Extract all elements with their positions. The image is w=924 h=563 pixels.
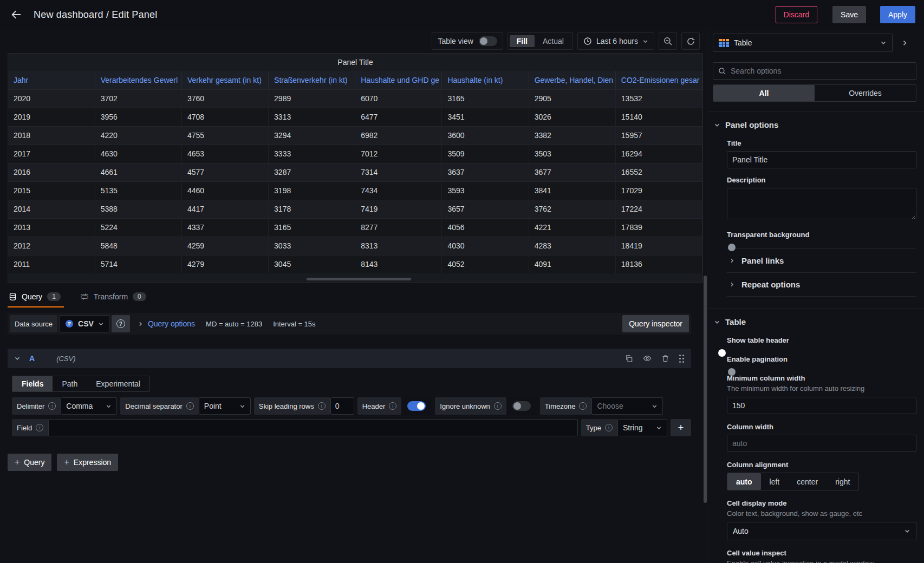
table-cell: 3509 bbox=[442, 145, 529, 163]
add-expression-button[interactable]: Expression bbox=[57, 454, 118, 471]
skip-leading-rows-label: Skip leading rows bbox=[254, 397, 330, 415]
column-header[interactable]: Jahr bbox=[8, 71, 95, 89]
tab-overrides[interactable]: Overrides bbox=[815, 85, 916, 101]
column-header[interactable]: Haushalte (in kt) bbox=[442, 71, 529, 89]
table-cell: 8143 bbox=[355, 255, 442, 273]
save-button[interactable]: Save bbox=[832, 6, 866, 23]
table-cell: 5388 bbox=[95, 200, 181, 218]
time-range-picker[interactable]: Last 6 hours bbox=[577, 32, 654, 50]
options-search-input[interactable] bbox=[731, 67, 911, 75]
search-icon bbox=[718, 67, 726, 75]
delete-trash-icon[interactable] bbox=[661, 355, 669, 363]
duplicate-icon[interactable] bbox=[625, 355, 633, 363]
panel-links-row[interactable]: Panel links bbox=[727, 249, 916, 273]
datasource-help-button[interactable] bbox=[112, 315, 130, 332]
decimal-separator-select[interactable]: Point bbox=[199, 397, 251, 415]
info-icon bbox=[605, 424, 613, 431]
info-icon bbox=[36, 424, 43, 431]
table-cell: 4337 bbox=[181, 218, 268, 237]
hide-query-eye-icon[interactable] bbox=[643, 354, 652, 363]
vertical-scrollbar[interactable] bbox=[704, 276, 707, 503]
query-inspector-button[interactable]: Query inspector bbox=[622, 315, 689, 332]
tab-experimental[interactable]: Experimental bbox=[87, 376, 149, 391]
table-view-toggle[interactable] bbox=[479, 36, 497, 46]
table-cell: 4030 bbox=[442, 237, 529, 255]
table-cell: 3677 bbox=[529, 163, 615, 181]
panel-options-header[interactable]: Panel options bbox=[713, 112, 916, 132]
table-options-header[interactable]: Table bbox=[713, 309, 916, 329]
column-header[interactable]: Straßenverkehr (in kt) bbox=[269, 71, 355, 89]
add-field-button[interactable] bbox=[671, 419, 691, 436]
tab-path[interactable]: Path bbox=[53, 376, 87, 391]
table-cell: 16552 bbox=[615, 163, 702, 181]
chevron-down-icon bbox=[714, 122, 720, 128]
cell-display-mode-select[interactable]: Auto bbox=[727, 522, 916, 540]
table-cell: 5714 bbox=[95, 255, 181, 273]
top-header-bar: New dashboard / Edit Panel Discard Save … bbox=[0, 0, 924, 29]
table-cell: 3045 bbox=[269, 255, 355, 273]
horizontal-scrollbar[interactable] bbox=[307, 278, 411, 280]
table-cell: 2015 bbox=[8, 181, 95, 200]
timezone-select[interactable]: Choose bbox=[591, 397, 663, 415]
skip-leading-rows-input[interactable] bbox=[330, 397, 354, 415]
table-row: 201646614577328773143637367716552 bbox=[8, 163, 702, 181]
align-center-option[interactable]: center bbox=[788, 473, 827, 490]
visualization-row: Table bbox=[713, 34, 916, 52]
chevron-right-icon bbox=[729, 258, 735, 264]
table-cell: 4630 bbox=[95, 145, 181, 163]
description-textarea[interactable] bbox=[727, 188, 916, 219]
ignore-unknown-toggle[interactable] bbox=[512, 401, 531, 411]
align-left-option[interactable]: left bbox=[761, 473, 789, 490]
discard-button[interactable]: Discard bbox=[776, 6, 817, 23]
info-icon bbox=[494, 402, 502, 410]
min-column-width-input[interactable] bbox=[727, 397, 916, 414]
apply-button[interactable]: Apply bbox=[880, 6, 915, 23]
actual-option[interactable]: Actual bbox=[536, 35, 571, 47]
collapse-chevron-icon[interactable] bbox=[14, 355, 21, 362]
repeat-options-row[interactable]: Repeat options bbox=[727, 273, 916, 297]
options-filter-tabs: All Overrides bbox=[713, 84, 916, 102]
field-name-input[interactable] bbox=[48, 419, 578, 436]
table-row: 201842204755329469823600338215957 bbox=[8, 126, 702, 145]
table-cell: 17224 bbox=[615, 200, 702, 218]
zoom-out-button[interactable] bbox=[659, 32, 677, 50]
column-header[interactable]: CO2-Emissionen gesar bbox=[615, 71, 702, 89]
fill-option[interactable]: Fill bbox=[510, 35, 535, 47]
type-select[interactable]: String bbox=[617, 419, 667, 436]
drag-handle-icon[interactable] bbox=[679, 354, 685, 363]
options-search[interactable] bbox=[713, 62, 916, 80]
query-options-expander[interactable]: Query options bbox=[138, 319, 195, 328]
column-alignment-group: auto left center right bbox=[727, 473, 859, 490]
column-width-input[interactable] bbox=[727, 435, 916, 452]
datasource-picker[interactable]: CSV bbox=[60, 315, 109, 332]
column-header[interactable]: Haushalte und GHD ge bbox=[355, 71, 442, 89]
panel-title-input[interactable] bbox=[727, 151, 916, 168]
table-row: 201746304653333370123509350316294 bbox=[8, 145, 702, 163]
column-header[interactable]: Gewerbe, Handel, Dien bbox=[529, 71, 615, 89]
option-label: Cell value inspect bbox=[727, 549, 916, 557]
align-right-option[interactable]: right bbox=[827, 473, 858, 490]
add-query-button[interactable]: Query bbox=[8, 454, 51, 471]
tab-transform[interactable]: Transform 0 bbox=[79, 292, 149, 307]
query-options-link[interactable]: Query options bbox=[148, 319, 195, 328]
back-arrow-icon[interactable] bbox=[9, 7, 24, 22]
collapse-sidebar-button[interactable] bbox=[893, 40, 916, 47]
column-header[interactable]: Verkehr gesamt (in kt) bbox=[181, 71, 268, 89]
table-cell: 4279 bbox=[181, 255, 268, 273]
table-row: 202037023760298960703165290513532 bbox=[8, 89, 702, 108]
tab-query[interactable]: Query 1 bbox=[8, 292, 64, 307]
header-toggle[interactable] bbox=[407, 401, 426, 411]
table-row: 201551354460319874343593384117029 bbox=[8, 181, 702, 200]
table-cell: 17839 bbox=[615, 218, 702, 237]
ignore-unknown-label: Ignore unknown bbox=[435, 397, 506, 415]
tab-fields[interactable]: Fields bbox=[12, 376, 53, 391]
column-header[interactable]: Verarbeitendes Gewerl bbox=[95, 71, 181, 89]
query-row-header[interactable]: A (CSV) bbox=[8, 349, 691, 368]
pane-divider[interactable] bbox=[703, 29, 707, 563]
visualization-picker[interactable]: Table bbox=[713, 34, 893, 52]
refresh-button[interactable] bbox=[681, 32, 700, 50]
tab-all[interactable]: All bbox=[713, 85, 815, 101]
delimiter-select[interactable]: Comma bbox=[61, 397, 117, 415]
align-auto-option[interactable]: auto bbox=[727, 473, 761, 490]
table-cell: 3165 bbox=[442, 89, 529, 108]
